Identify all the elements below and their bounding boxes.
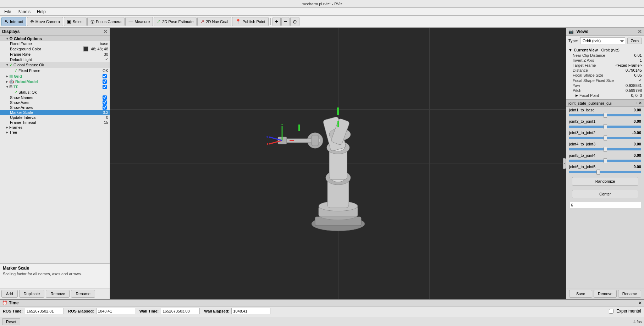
randomize-button[interactable]: Randomize [572,177,638,186]
joint-slider-2[interactable] [569,137,641,139]
robot-model-arrow[interactable]: ▶ [6,80,9,83]
tree-row[interactable]: ▶ Tree [0,130,110,135]
focus-camera-button[interactable]: ◎ Focus Camera [87,17,125,26]
global-options-row[interactable]: ▼ ⚙ Global Options [0,36,110,41]
default-light-row: Default Light ✓ [0,57,110,62]
interact-button[interactable]: ↖ Interact [1,17,26,26]
joint-slider-3[interactable] [569,148,641,150]
joint-label-row-2: joint3_to_joint2 -0.00 [569,131,641,135]
tf-show-axes-checkbox[interactable] [103,100,107,105]
wall-elapsed-input[interactable] [231,308,270,314]
robot-model-checkbox[interactable] [103,79,107,84]
tf-marker-scale-row[interactable]: Marker Scale 0.2 [0,110,110,115]
joint-num-input[interactable] [569,202,641,208]
grid-arrow[interactable]: ▶ [6,74,9,78]
global-options-arrow[interactable]: ▼ [6,37,9,40]
joint-panel-minus[interactable]: − [631,101,633,105]
remove-display-button[interactable]: Remove [46,290,70,298]
views-type-select[interactable]: Orbit (rviz) [580,37,625,44]
joint-spacer [566,210,644,288]
ros-elapsed-input[interactable] [96,308,135,314]
near-clip-value: 0.01 [634,53,642,57]
joint-slider-1[interactable] [569,126,641,128]
joint-num-container [566,200,644,210]
near-clip-row: Near Clip Distance 0.01 [568,53,642,58]
svg-marker-21 [281,124,283,125]
target-frame-label: Target Frame [573,63,615,67]
tf-arrow[interactable]: ▼ [6,85,9,89]
measure-button[interactable]: — Measure [125,17,153,26]
time-close-button[interactable]: ✕ [638,300,642,305]
center-button[interactable]: Center [572,190,638,198]
grid-checkbox[interactable] [103,74,107,78]
current-view-type: Orbit (rviz) [601,48,642,52]
bg-color-swatch[interactable] [83,46,88,51]
bg-color-value: 48; 48; 48 [91,47,108,51]
experimental-checkbox[interactable] [609,309,613,314]
pose-estimate-button[interactable]: ↗ 2D Pose Estimate [154,17,197,26]
frames-arrow[interactable]: ▶ [6,126,9,129]
robot-svg [249,78,427,249]
pose-estimate-icon: ↗ [157,19,161,24]
joint-slider-0[interactable] [569,114,641,116]
global-status-row[interactable]: ▼ ✓ Global Status: Ok [0,62,110,68]
joint-panel-plus[interactable]: + [635,101,637,105]
views-zero-button[interactable]: Zero [627,38,642,44]
pitch-row: Pitch 0.599798 [568,88,642,93]
joint-label-row-3: joint4_to_joint3 0.00 [569,142,641,146]
focal-shape-size-row: Focal Shape Size 0.05 [568,73,642,78]
viewport-collapse-handle[interactable]: ‹ [563,158,566,169]
camera-reset-button[interactable]: ⊙ [290,17,299,26]
tf-status-label: Status: Ok [18,90,108,94]
wall-time-input[interactable] [161,308,200,314]
ros-time-input[interactable] [25,308,64,314]
tf-row[interactable]: ▼ ⊞ TF [0,84,110,89]
nav-goal-button[interactable]: ↗ 2D Nav Goal [197,17,231,26]
publish-point-button[interactable]: 📍 Publish Point [232,17,268,26]
grid-row[interactable]: ▶ ▦ Grid [0,73,110,79]
joint-label-0: joint1_to_base [569,108,595,112]
distance-value: 0.790145 [626,68,642,72]
viewport[interactable]: ‹ [110,28,566,299]
joint-label-row-4: joint5_to_joint4 0.00 [569,153,641,158]
time-icon: ⏰ [2,300,7,305]
joint-row-2: joint3_to_joint2 -0.00 [566,129,644,141]
menu-help[interactable]: Help [34,9,49,15]
frames-label: Frames [9,125,108,129]
move-camera-button[interactable]: ⊕ Move Camera [27,17,63,26]
joint-rename-button[interactable]: Rename [618,290,641,298]
tf-checkbox[interactable] [103,85,107,89]
menu-file[interactable]: File [1,9,14,15]
current-view-header[interactable]: ▼ Current View Orbit (rviz) [568,47,642,53]
tf-show-arrows-checkbox[interactable] [103,105,107,110]
joint-slider-4[interactable] [569,160,641,162]
description-title: Marker Scale [3,266,107,271]
joint-save-button[interactable]: Save [569,290,592,298]
tree-arrow-icon[interactable]: ▶ [6,131,9,134]
joint-slider-5[interactable] [569,171,641,173]
global-status-arrow[interactable]: ▼ [6,63,9,67]
toolbar-sep-1 [270,18,271,25]
select-button[interactable]: ▣ Select [64,17,87,26]
add-display-button[interactable]: Add [1,290,18,298]
joint-value-1: 0.00 [634,119,641,123]
joint-remove-button[interactable]: Remove [594,290,617,298]
add-axis-button[interactable]: + [273,17,281,26]
joint-panel-close[interactable]: ✕ [639,101,642,105]
robot-model-icon: 🤖 [9,79,14,84]
duplicate-display-button[interactable]: Duplicate [19,290,45,298]
remove-axis-button[interactable]: − [281,17,290,26]
rename-display-button[interactable]: Rename [71,290,95,298]
menu-panels[interactable]: Panels [15,9,33,15]
views-close-button[interactable]: ✕ [638,29,642,34]
tf-show-names-checkbox[interactable] [103,95,107,100]
tf-frame-timeout-label: Frame Timeout [10,120,103,125]
robot-model-row[interactable]: ▶ 🤖 RobotModel [0,79,110,84]
reset-button[interactable]: Reset [2,318,20,325]
displays-panel: Displays ✕ ▼ ⚙ Global Options Fixed Fram… [0,28,110,299]
time-header: ⏰ Time ✕ [0,300,644,306]
joint-label-2: joint3_to_joint2 [569,131,595,135]
panel-buttons: Add Duplicate Remove Rename [0,288,110,299]
displays-close-button[interactable]: ✕ [103,29,108,34]
frames-row[interactable]: ▶ Frames [0,125,110,130]
